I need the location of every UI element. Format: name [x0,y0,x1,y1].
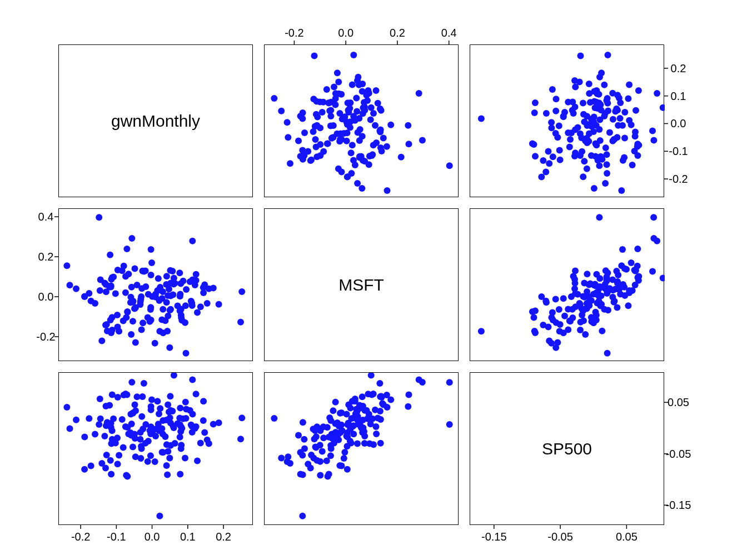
svg-point-127 [359,88,366,94]
svg-point-437 [103,281,109,288]
svg-point-157 [650,137,657,143]
svg-point-696 [127,429,134,436]
svg-point-596 [63,404,70,411]
svg-point-736 [167,407,174,414]
svg-point-294 [556,147,563,153]
svg-point-270 [580,111,587,118]
svg-point-312 [197,303,204,310]
svg-point-885 [361,407,368,414]
svg-point-404 [130,299,136,306]
svg-point-569 [572,280,579,287]
svg-point-791 [300,419,306,426]
svg-point-884 [308,452,315,458]
svg-point-806 [376,380,383,387]
svg-point-141 [300,109,306,116]
diag-panel-gwnMonthly: gwnMonthly [58,44,253,197]
diag-panel-SP500: SP500 [470,372,664,525]
svg-point-418 [162,317,168,324]
svg-point-142 [360,157,366,164]
svg-point-435 [88,298,94,304]
svg-point-218 [621,134,628,141]
svg-point-275 [601,113,607,119]
svg-point-564 [590,291,597,298]
svg-point-136 [305,148,311,154]
svg-point-129 [416,90,422,97]
svg-point-205 [577,53,584,59]
svg-point-368 [204,300,211,307]
svg-point-663 [86,415,92,422]
svg-point-134 [354,180,361,187]
scatter-gwnMonthly-vs-SP500 [58,372,253,525]
svg-point-733 [103,403,109,409]
svg-point-860 [347,426,353,432]
svg-point-139 [406,141,412,147]
svg-point-853 [378,393,385,399]
svg-point-665 [204,437,211,443]
svg-point-253 [546,160,552,167]
svg-point-678 [97,416,104,422]
svg-point-388 [167,307,173,313]
svg-point-1 [271,95,277,102]
svg-point-279 [590,128,597,135]
svg-point-585 [531,328,538,334]
svg-point-700 [147,427,153,434]
svg-point-732 [164,472,171,478]
svg-point-690 [109,427,116,434]
svg-point-373 [119,267,126,274]
svg-point-808 [354,440,361,447]
svg-point-870 [370,391,377,397]
svg-point-410 [200,284,207,291]
svg-point-120 [347,118,353,125]
svg-point-339 [182,302,189,309]
svg-point-436 [164,328,171,334]
svg-point-798 [330,407,336,414]
svg-point-124 [297,153,304,159]
svg-point-25 [349,142,356,148]
svg-point-646 [163,441,170,448]
svg-point-281 [602,180,609,187]
svg-point-873 [345,420,352,427]
svg-point-223 [631,148,638,154]
svg-point-144 [308,157,315,163]
svg-point-417 [107,252,113,258]
svg-point-18 [301,129,308,136]
svg-point-586 [620,281,626,288]
svg-point-849 [337,410,343,417]
svg-point-321 [67,282,73,288]
svg-point-737 [132,453,139,460]
svg-point-115 [356,82,362,88]
svg-point-444 [604,350,611,357]
svg-point-310 [152,340,158,347]
svg-point-130 [370,142,377,148]
svg-point-288 [531,109,538,116]
svg-point-254 [581,158,587,164]
svg-point-56 [323,86,330,93]
svg-point-168 [543,110,550,117]
svg-point-871 [405,403,411,410]
svg-point-140 [338,169,345,176]
svg-point-554 [610,287,616,293]
svg-point-718 [192,425,198,432]
scatter-gwnMonthly-vs-MSFT [58,208,253,361]
svg-point-36 [373,87,380,94]
svg-point-845 [287,460,293,467]
svg-point-267 [596,74,603,81]
svg-point-581 [604,269,611,276]
svg-point-454 [582,331,589,338]
svg-point-851 [348,440,355,447]
svg-point-719 [160,417,166,424]
svg-point-427 [140,319,146,326]
svg-point-119 [355,74,361,81]
svg-point-723 [140,426,146,432]
svg-point-566 [580,317,587,324]
svg-point-877 [375,414,381,421]
svg-point-489 [584,271,590,277]
svg-point-854 [319,448,326,454]
svg-point-231 [568,129,575,136]
svg-point-245 [604,151,610,158]
svg-point-682 [165,401,171,408]
svg-point-230 [550,153,556,160]
svg-point-266 [592,104,599,111]
svg-point-367 [148,272,155,278]
svg-point-649 [237,436,244,442]
